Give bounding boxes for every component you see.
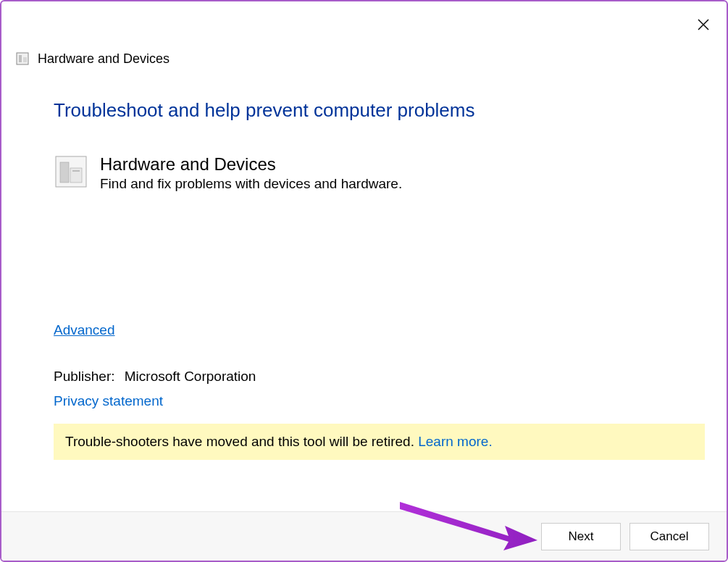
cancel-button[interactable]: Cancel	[629, 523, 709, 550]
troubleshooter-text: Hardware and Devices Find and fix proble…	[100, 154, 402, 192]
publisher-value: Microsoft Corporation	[125, 369, 256, 384]
troubleshooter-large-icon	[54, 154, 88, 189]
troubleshooter-small-icon	[14, 51, 30, 67]
close-icon	[698, 19, 709, 30]
troubleshooter-description: Find and fix problems with devices and h…	[100, 176, 402, 192]
troubleshooter-block: Hardware and Devices Find and fix proble…	[54, 154, 674, 192]
titlebar	[1, 1, 727, 14]
close-button[interactable]	[693, 14, 714, 35]
svg-rect-4	[23, 57, 27, 62]
window-title: Hardware and Devices	[38, 51, 170, 67]
svg-rect-3	[19, 55, 22, 62]
publisher-row: Publisher: Microsoft Corporation	[54, 369, 674, 385]
content-area: Troubleshoot and help prevent computer p…	[1, 67, 727, 409]
privacy-statement-link[interactable]: Privacy statement	[54, 393, 163, 409]
publisher-label: Publisher:	[54, 369, 115, 384]
main-heading: Troubleshoot and help prevent computer p…	[54, 99, 674, 122]
learn-more-link[interactable]: Learn more.	[418, 434, 492, 449]
svg-rect-8	[72, 170, 80, 172]
advanced-link[interactable]: Advanced	[54, 322, 115, 338]
header-row: Hardware and Devices	[1, 51, 727, 67]
next-button[interactable]: Next	[541, 523, 621, 550]
retirement-notice: Trouble-shooters have moved and this too…	[54, 424, 705, 460]
svg-rect-6	[60, 162, 69, 183]
troubleshooter-title: Hardware and Devices	[100, 154, 402, 175]
footer-bar: Next Cancel	[1, 511, 727, 561]
notice-text: Trouble-shooters have moved and this too…	[65, 434, 418, 449]
